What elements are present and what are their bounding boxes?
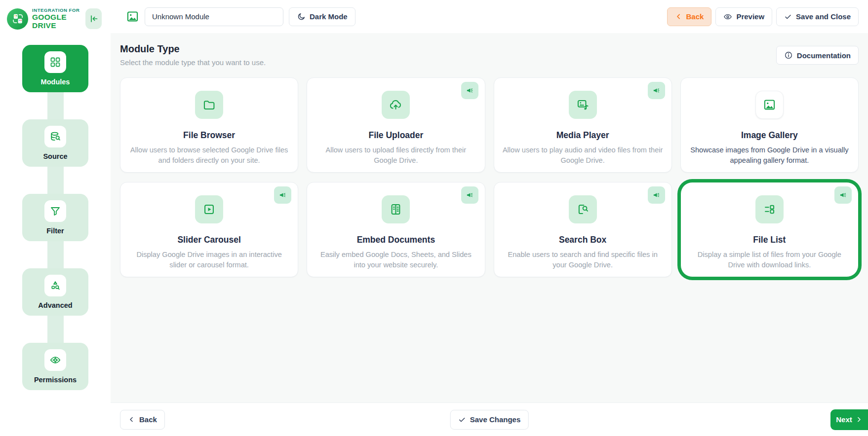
doc-search-icon: [569, 195, 597, 223]
module-card-title: File List: [689, 235, 850, 245]
page-subtitle: Select the module type that you want to …: [120, 58, 859, 67]
module-card-title: Media Player: [502, 130, 664, 141]
back-button-footer[interactable]: Back: [120, 410, 165, 430]
module-card-title: Slider Carousel: [128, 235, 290, 245]
embed-doc-icon: [382, 195, 410, 223]
chevron-left-icon: [128, 416, 135, 423]
module-card-description: Display a simple list of files from your…: [689, 250, 850, 270]
megaphone-icon: [466, 86, 474, 95]
module-card-description: Easily embed Google Docs, Sheets, and Sl…: [315, 250, 476, 270]
back-button-top[interactable]: Back: [667, 7, 712, 26]
megaphone-icon: [839, 191, 847, 199]
module-card-description: Allow users to upload files directly fro…: [315, 145, 476, 165]
folder-icon: [195, 91, 223, 119]
sidebar-item-permissions[interactable]: Permissions: [22, 343, 88, 390]
sidebar-item-label: Modules: [41, 78, 70, 86]
promo-badge[interactable]: [648, 82, 665, 99]
collapse-sidebar-button[interactable]: [85, 8, 102, 29]
module-card-image-gallery[interactable]: Image GalleryShowcase images from Google…: [680, 77, 859, 173]
sidebar-item-label: Permissions: [34, 376, 77, 384]
google-drive-integration-logo-icon: [7, 8, 28, 30]
promo-badge[interactable]: [648, 186, 665, 204]
megaphone-icon: [652, 191, 661, 199]
shapes-search-icon: [44, 275, 66, 296]
module-card-title: Image Gallery: [689, 130, 850, 141]
sidebar-nav: ModulesSourceFilterAdvancedPermissions: [0, 45, 111, 390]
module-card-file-browser[interactable]: File BrowserAllow users to browse select…: [120, 77, 298, 173]
sidebar-item-filter[interactable]: Filter: [22, 194, 88, 241]
promo-badge[interactable]: [461, 186, 478, 204]
media-player-icon: [569, 91, 597, 119]
app-window: INTEGRATION FOR GOOGLE DRIVE ModulesSour…: [0, 0, 868, 436]
save-and-close-button[interactable]: Save and Close: [776, 7, 859, 26]
moon-icon: [297, 12, 306, 21]
funnel-icon: [44, 200, 66, 222]
megaphone-icon: [652, 86, 661, 95]
eye-gear-icon: [44, 349, 66, 371]
module-card-description: Allow users to browse selected Google Dr…: [128, 145, 290, 165]
info-icon: [784, 51, 793, 60]
save-changes-label: Save Changes: [470, 415, 521, 424]
sidebar-connector: [47, 241, 64, 268]
brand-text: INTEGRATION FOR GOOGLE DRIVE: [32, 8, 85, 30]
chevron-left-icon: [675, 13, 682, 20]
file-list-icon: [755, 195, 784, 223]
save-and-close-label: Save and Close: [796, 12, 851, 21]
preview-label: Preview: [736, 12, 764, 21]
module-card-title: Search Box: [502, 235, 664, 245]
documentation-button[interactable]: Documentation: [776, 46, 859, 65]
cloud-upload-icon: [382, 91, 410, 119]
module-type-image-icon: [126, 10, 139, 23]
sidebar-item-modules[interactable]: Modules: [22, 45, 88, 92]
module-card-description: Showcase images from Google Drive in a v…: [689, 145, 850, 165]
sidebar-connector: [47, 316, 64, 343]
documentation-label: Documentation: [797, 51, 851, 60]
module-card-slider-carousel[interactable]: Slider CarouselDisplay Google Drive imag…: [120, 182, 298, 277]
brand-header: INTEGRATION FOR GOOGLE DRIVE: [0, 0, 111, 34]
eye-icon: [723, 12, 732, 21]
dark-mode-button[interactable]: Dark Mode: [289, 7, 355, 26]
check-icon: [784, 13, 792, 21]
check-icon: [458, 416, 466, 424]
dark-mode-label: Dark Mode: [310, 12, 348, 21]
promo-badge[interactable]: [834, 186, 852, 204]
sidebar-item-label: Source: [43, 152, 67, 160]
image-icon: [755, 91, 784, 119]
megaphone-icon: [278, 191, 287, 199]
module-card-embed-documents[interactable]: Embed DocumentsEasily embed Google Docs,…: [307, 182, 485, 277]
promo-badge[interactable]: [461, 82, 478, 99]
topbar-actions: Back Preview: [667, 7, 859, 26]
module-card-description: Enable users to search and find specific…: [502, 250, 664, 270]
module-card-search-box[interactable]: Search BoxEnable users to search and fin…: [494, 182, 672, 277]
back-top-label: Back: [686, 12, 704, 21]
save-changes-button[interactable]: Save Changes: [450, 410, 529, 430]
sidebar-item-advanced[interactable]: Advanced: [22, 268, 88, 316]
footer-back-label: Back: [139, 415, 157, 424]
sidebar-item-label: Filter: [46, 227, 64, 235]
promo-badge[interactable]: [274, 186, 291, 204]
footer-bar: Back Save Changes Next: [111, 402, 868, 436]
megaphone-icon: [466, 191, 474, 199]
module-card-media-player[interactable]: Media PlayerAllow users to play audio an…: [494, 77, 672, 173]
topbar: Dark Mode Back: [111, 0, 868, 33]
brand-line2: GOOGLE DRIVE: [32, 13, 85, 30]
main-column: Dark Mode Back: [111, 0, 868, 436]
sidebar-connector: [47, 92, 64, 119]
module-card-file-list[interactable]: File ListDisplay a simple list of files …: [680, 182, 859, 277]
module-name-input[interactable]: [145, 7, 283, 26]
next-label: Next: [836, 415, 852, 424]
preview-button[interactable]: Preview: [715, 7, 772, 26]
module-card-description: Display Google Drive images in an intera…: [128, 250, 290, 270]
sidebar-item-source[interactable]: Source: [22, 119, 88, 167]
slider-play-icon: [195, 195, 223, 223]
module-card-title: File Uploader: [315, 130, 476, 141]
module-card-file-uploader[interactable]: File UploaderAllow users to upload files…: [307, 77, 485, 173]
module-card-description: Allow users to play audio and video file…: [502, 145, 664, 165]
database-search-icon: [44, 126, 66, 147]
sidebar-item-label: Advanced: [38, 301, 72, 309]
module-card-title: File Browser: [128, 130, 290, 141]
module-card-title: Embed Documents: [315, 235, 476, 245]
chevron-right-icon: [855, 416, 863, 423]
page-title: Module Type: [120, 43, 859, 55]
next-button[interactable]: Next: [830, 409, 868, 430]
